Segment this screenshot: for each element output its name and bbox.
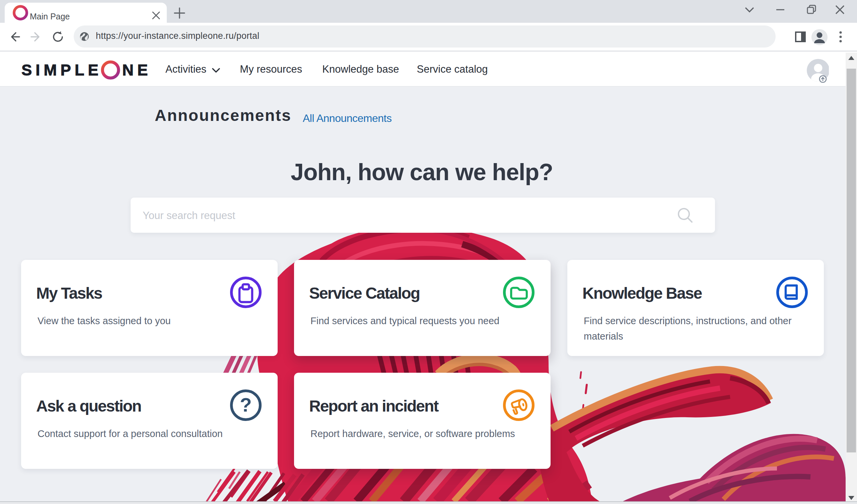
svg-text:?: ?: [240, 394, 252, 416]
